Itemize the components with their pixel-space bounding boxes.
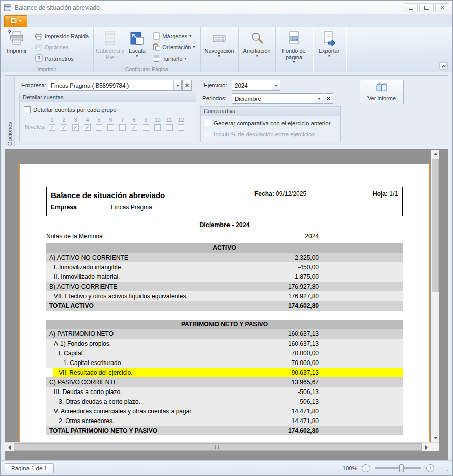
ejercicio-label: Ejercicio: <box>204 82 228 88</box>
empresa-combobox[interactable]: Fincas Pragma ( B58959784 ) <box>48 80 182 91</box>
header-footer-icon <box>102 30 118 46</box>
ver-informe-button[interactable]: Ver informe <box>360 80 404 104</box>
hoja-value: 1/1 <box>389 190 398 198</box>
chevron-down-icon[interactable] <box>272 80 280 90</box>
minimize-button[interactable] <box>404 3 418 12</box>
menu-icon <box>10 17 18 26</box>
export-icon <box>321 30 337 46</box>
vertical-scrollbar[interactable] <box>431 150 439 442</box>
ribbon-group-imprimir: ? Imprimir Impresión Rápida Opciones ? <box>1 27 94 72</box>
chevron-down-icon: ▾ <box>328 54 330 58</box>
preview-canvas[interactable]: Balance de situación abreviado Fecha: 09… <box>5 150 439 451</box>
ribbon-group-navegacion: Navegación ▾ <box>201 27 239 72</box>
zoom-out-button[interactable]: − <box>362 464 370 472</box>
chevron-down-icon[interactable] <box>173 80 181 90</box>
escala-button[interactable]: Escala ▾ <box>125 29 149 66</box>
detallar-cuentas-title: Detallar cuentas <box>20 93 196 102</box>
chevron-down-icon: ▾ <box>136 54 138 58</box>
tamano-button[interactable]: Tamaño ▾ <box>151 53 196 63</box>
resize-grip[interactable] <box>442 465 448 471</box>
comparativa-group: Comparativa Generar comparativa con el e… <box>200 106 341 142</box>
report-section-header: PATRIMONIO NETO Y PASIVO <box>46 320 403 329</box>
scroll-up-button[interactable] <box>431 150 439 158</box>
report-header-line1: Balance de situación abreviado Fecha: 09… <box>47 187 402 201</box>
desviacion-checkbox <box>205 131 211 137</box>
report-row: 1. Capital escriturado.70.000,00 <box>46 358 403 368</box>
report-row: TOTAL PATRIMONIO NETO Y PASIVO174.602,80 <box>46 426 403 435</box>
nivel-1: 1✓ <box>46 117 58 131</box>
scroll-left-button[interactable] <box>5 443 14 451</box>
options-side-tab[interactable]: Opciones <box>5 76 15 146</box>
ejercicio-combobox[interactable]: 2024 <box>232 80 280 91</box>
comparativa-checkbox[interactable] <box>205 120 211 126</box>
parametros-button[interactable]: ? Parámetros <box>33 53 90 63</box>
chevron-down-icon: ▾ <box>293 60 295 64</box>
nivel-8: 8✓ <box>128 117 140 131</box>
nivel-checkbox-3: ✓ <box>72 124 79 131</box>
report-section: PATRIMONIO NETO Y PASIVOA) PATRIMONIO NE… <box>46 320 403 435</box>
zoom-in-button[interactable]: + <box>426 464 434 472</box>
group-label-configurar-pagina: Configurar Página <box>95 66 198 73</box>
parameters-icon: ? <box>35 54 43 63</box>
report-header-line2: Empresa Fincas Pragma <box>47 201 402 211</box>
orientacion-button[interactable]: Orientación ▾ <box>151 42 196 52</box>
nivel-checkbox-6 <box>107 124 114 131</box>
periodos-clear-button[interactable]: ✕ <box>324 93 333 104</box>
empresa-label: Empresa: <box>21 82 46 88</box>
nivel-checkbox-1: ✓ <box>49 124 55 131</box>
periodos-combobox[interactable]: Diciembre <box>232 93 323 104</box>
close-button[interactable]: ✕ <box>435 3 449 12</box>
nivel-6: 6 <box>105 117 117 131</box>
parametros-label: Parámetros <box>45 55 74 62</box>
col-left-header: Notas de la Memória <box>46 233 103 240</box>
printer-icon: ? <box>9 30 25 46</box>
chevron-down-icon[interactable] <box>315 94 323 103</box>
scroll-down-button[interactable] <box>431 434 439 442</box>
chevron-down-icon: ▾ <box>218 54 220 58</box>
report-section-header: ACTIVO <box>46 243 403 253</box>
nivel-checkbox-8: ✓ <box>131 124 137 131</box>
chevron-down-icon: ▾ <box>256 54 258 58</box>
detallar-checkbox[interactable] <box>24 106 31 113</box>
exportar-button[interactable]: Exportar ▾ <box>315 29 344 64</box>
margins-icon <box>152 32 160 40</box>
horizontal-scrollbar[interactable] <box>5 442 431 451</box>
nivel-7: 7 <box>117 117 128 131</box>
margenes-button[interactable]: Márgenes ▾ <box>151 31 196 41</box>
zoom-slider[interactable] <box>375 467 421 469</box>
nivel-number: 5 <box>97 117 100 123</box>
ampliacion-button[interactable]: Ampliación ▾ <box>240 29 274 64</box>
detallar-checkbox-row[interactable]: Detallar cuentas por cada grupo <box>24 106 117 113</box>
horizontal-scroll-thumb[interactable] <box>14 443 422 451</box>
report-row: 3. Otras deudas a corto plazo.-506,13 <box>46 397 403 406</box>
fecha-label: Fecha: <box>254 190 274 198</box>
niveles-grid: 1✓2✓3✓4✓5678✓9101112 <box>46 117 187 131</box>
report-row: I. Capital.70.000,00 <box>46 348 403 358</box>
nivel-number: 11 <box>166 117 172 123</box>
report-row: C) PASIVO CORRIENTE13.965,67 <box>46 377 403 387</box>
vertical-scroll-thumb[interactable] <box>432 159 439 292</box>
nivel-10: 10 <box>152 117 163 131</box>
nivel-3: 3✓ <box>70 117 81 131</box>
window-title: Balance de situación abreviado <box>15 4 402 11</box>
nivel-number: 7 <box>121 117 124 123</box>
impresion-rapida-button[interactable]: Impresión Rápida <box>33 31 90 41</box>
file-menu-tab[interactable]: ▾ <box>4 15 27 27</box>
imprimir-button[interactable]: ? Imprimir <box>2 29 32 66</box>
report-row: B) ACTIVO CORRIENTE176.927,80 <box>46 282 403 291</box>
page-background-icon <box>286 30 302 46</box>
zoom-slider-thumb[interactable] <box>399 464 404 472</box>
report-column-headers: Notas de la Memória 2024 <box>46 233 403 241</box>
ribbon-collapse-button[interactable] <box>439 62 448 70</box>
report-row: TOTAL ACTIVO174.602,80 <box>46 301 403 311</box>
scroll-right-button[interactable] <box>422 443 431 451</box>
nivel-number: 10 <box>154 117 160 123</box>
maximize-button[interactable] <box>419 3 434 12</box>
fondo-pagina-button[interactable]: Fondo de página ▾ <box>277 29 311 64</box>
comparativa-checkbox-row[interactable]: Generar comparativa con el ejercicio ant… <box>205 120 330 126</box>
options-side-label: Opciones <box>7 80 13 146</box>
nivel-4: 4✓ <box>81 117 93 131</box>
scrollbar-corner <box>431 442 439 451</box>
empresa-clear-button[interactable]: ✕ <box>182 80 192 91</box>
navegacion-button[interactable]: Navegación ▾ <box>202 29 237 64</box>
